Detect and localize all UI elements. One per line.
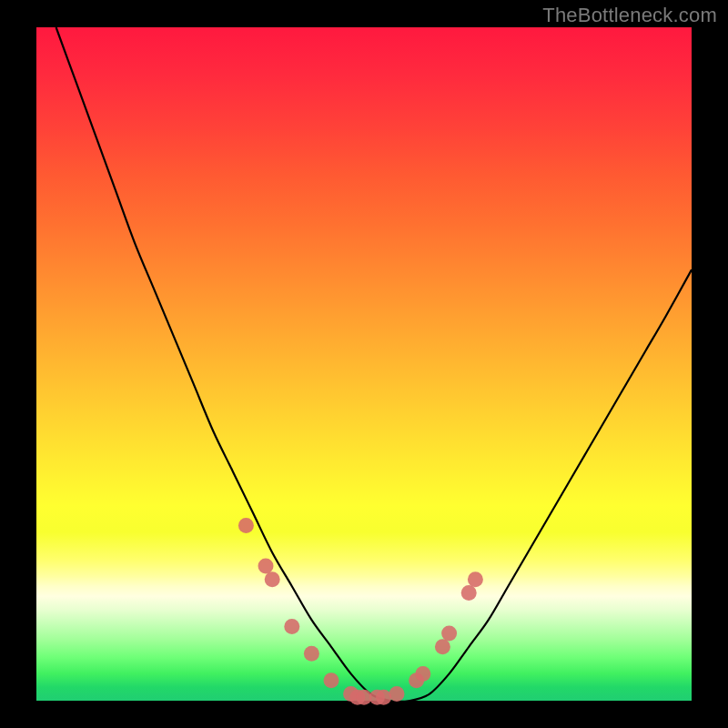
- marker-dot: [265, 571, 280, 587]
- marker-dot: [415, 666, 430, 682]
- marker-dot: [389, 686, 405, 702]
- marker-dot: [468, 571, 483, 587]
- marker-dot: [284, 619, 299, 634]
- bottleneck-curve: [56, 27, 692, 702]
- marker-dot: [461, 585, 477, 601]
- watermark-text: TheBottleneck.com: [542, 4, 717, 27]
- marker-dot: [304, 646, 319, 662]
- marker-dot: [435, 639, 450, 654]
- marker-dot: [376, 690, 391, 705]
- plot-area: [36, 27, 692, 701]
- marker-dot: [324, 672, 339, 688]
- chart-svg: [36, 27, 692, 701]
- marker-dot: [258, 559, 274, 574]
- marker-dot: [441, 626, 457, 642]
- marker-dot: [238, 518, 254, 533]
